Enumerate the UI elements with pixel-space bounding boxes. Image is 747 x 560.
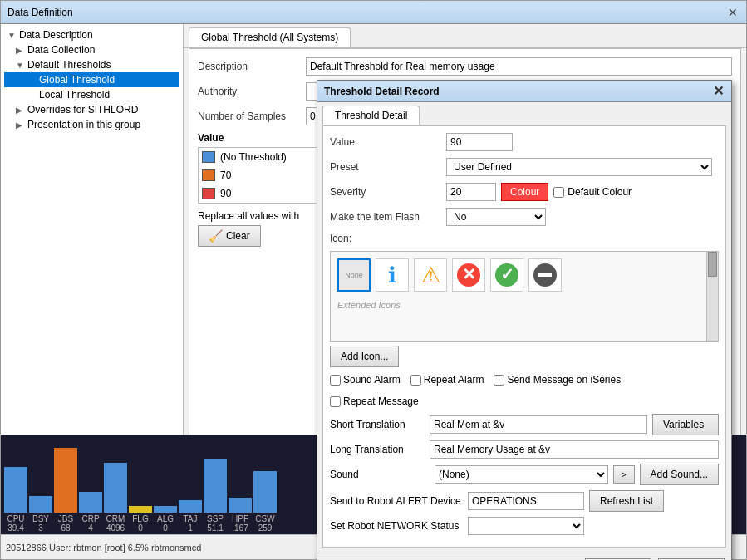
dlg-preset-label: Preset <box>330 161 446 173</box>
dialog-tab-bar: Threshold Detail <box>317 102 731 125</box>
icon-error[interactable]: ✕ <box>452 258 485 292</box>
short-translation-label: Short Translation <box>330 419 430 430</box>
sound-alarm-checkbox-label: Sound Alarm <box>330 374 401 386</box>
default-colour-checkbox[interactable] <box>553 187 564 198</box>
dlg-flash-row: Make the item Flash No Yes <box>330 208 719 226</box>
svg-rect-5 <box>538 273 552 277</box>
dlg-preset-row: Preset User Defined Default <box>330 158 719 176</box>
icon-warning[interactable]: ⚠ <box>414 258 447 292</box>
sound-alarm-checkbox[interactable] <box>330 375 341 386</box>
dialog-close-button[interactable]: ✕ <box>711 85 725 98</box>
dialog-overlay: Threshold Detail Record ✕ Threshold Deta… <box>1 1 746 559</box>
robot-device-label: Send to Robot ALERT Device <box>330 495 463 507</box>
check-circle-icon: ✓ <box>494 262 520 288</box>
default-colour-label: Default Colour <box>553 186 632 198</box>
icon-info[interactable]: ℹ <box>376 258 409 292</box>
add-sound-button[interactable]: Add Sound... <box>640 464 719 485</box>
robot-device-input[interactable] <box>468 492 584 510</box>
sound-label: Sound <box>330 469 430 480</box>
dlg-flash-label: Make the item Flash <box>330 211 446 223</box>
dialog-tab-threshold-detail[interactable]: Threshold Detail <box>322 106 420 125</box>
repeat-message-checkbox[interactable] <box>330 396 341 407</box>
icon-check[interactable]: ✓ <box>490 258 523 292</box>
dialog-title-bar[interactable]: Threshold Detail Record ✕ <box>317 81 731 102</box>
icon-none-label: None <box>345 271 363 279</box>
icons-scrollbar[interactable] <box>706 252 718 341</box>
dlg-severity-row: Severity Colour Default Colour <box>330 183 719 201</box>
repeat-message-label: Repeat Message <box>343 395 419 407</box>
dlg-value-label: Value <box>330 136 446 148</box>
icon-none[interactable]: None <box>337 258 371 292</box>
sound-row: Sound (None) > Add Sound... <box>330 464 719 485</box>
send-message-label: Send Message on iSeries <box>507 374 621 386</box>
scroll-thumb[interactable] <box>708 252 717 277</box>
robot-network-label: Set Robot NETWORK Status <box>330 520 463 532</box>
sound-alarm-label: Sound Alarm <box>343 374 401 386</box>
dialog-body: Value Preset User Defined Default Severi… <box>322 125 726 548</box>
icons-area: None ℹ ⚠ <box>330 251 719 342</box>
warning-icon: ⚠ <box>421 263 440 288</box>
info-icon: ℹ <box>388 263 396 288</box>
dlg-value-row: Value <box>330 133 719 151</box>
dialog-footer: OK Cancel <box>317 553 731 560</box>
short-translation-input[interactable] <box>430 415 647 434</box>
repeat-alarm-checkbox-label: Repeat Alarm <box>410 374 484 386</box>
dlg-icon-label-row: Icon: <box>330 233 719 244</box>
threshold-detail-dialog: Threshold Detail Record ✕ Threshold Deta… <box>317 80 732 560</box>
add-icon-row: Add Icon... <box>330 346 719 367</box>
robot-network-select[interactable] <box>468 517 584 535</box>
minus-circle-icon <box>532 262 558 288</box>
error-circle-icon: ✕ <box>455 262 482 288</box>
robot-alert-row: Send to Robot ALERT Device Refresh List <box>330 490 719 512</box>
repeat-message-checkbox-label: Repeat Message <box>330 395 419 407</box>
sound-play-button[interactable]: > <box>613 465 635 484</box>
dlg-preset-select[interactable]: User Defined Default <box>446 158 712 176</box>
sound-select[interactable]: (None) <box>435 465 608 484</box>
repeat-alarm-label: Repeat Alarm <box>424 374 484 386</box>
send-message-checkbox[interactable] <box>494 375 504 386</box>
icon-minus[interactable] <box>528 258 562 292</box>
robot-network-row: Set Robot NETWORK Status <box>330 517 719 535</box>
refresh-list-button[interactable]: Refresh List <box>589 490 664 512</box>
svg-text:✓: ✓ <box>500 265 514 283</box>
dlg-severity-label: Severity <box>330 186 446 198</box>
svg-text:✕: ✕ <box>462 265 476 283</box>
main-window: Data Definition ✕ ▼ Data Description ▶ D… <box>0 0 747 560</box>
dlg-flash-select[interactable]: No Yes <box>446 208 546 226</box>
long-translation-input[interactable] <box>430 440 719 459</box>
colour-button[interactable]: Colour <box>501 183 548 201</box>
send-message-checkbox-label: Send Message on iSeries <box>494 374 621 386</box>
add-icon-button[interactable]: Add Icon... <box>330 346 399 367</box>
long-translation-label: Long Translation <box>330 444 430 455</box>
icons-row: None ℹ ⚠ <box>331 252 718 298</box>
short-translation-row: Short Translation Variables <box>330 414 719 435</box>
dlg-icon-label: Icon: <box>330 233 446 244</box>
extended-icons-label: Extended Icons <box>331 298 718 312</box>
default-colour-text: Default Colour <box>568 186 632 198</box>
severity-controls: Colour Default Colour <box>446 183 632 201</box>
long-translation-row: Long Translation <box>330 440 719 459</box>
repeat-alarm-checkbox[interactable] <box>410 375 421 386</box>
dialog-title: Threshold Detail Record <box>324 86 711 97</box>
checkboxes-row: Sound Alarm Repeat Alarm Send Message on… <box>330 374 719 407</box>
variables-button[interactable]: Variables <box>652 414 719 435</box>
dlg-severity-input[interactable] <box>446 183 496 201</box>
dlg-value-input[interactable] <box>446 133 513 151</box>
